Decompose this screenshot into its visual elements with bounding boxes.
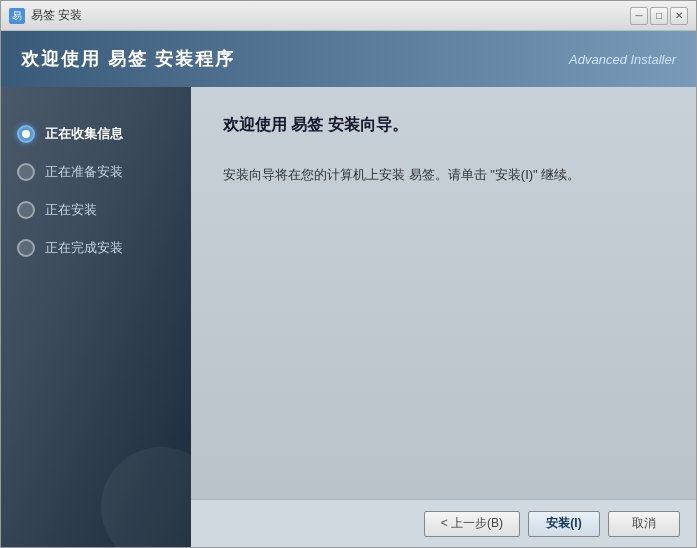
main-content: 正在收集信息 正在准备安装 正在安装 正在完成安装 欢迎使用 易签 安装向导。 … [1, 87, 696, 547]
window-title: 易签 安装 [31, 7, 630, 24]
sidebar-label-4: 正在完成安装 [45, 239, 123, 257]
step-indicator-3 [17, 201, 35, 219]
maximize-button[interactable]: □ [650, 7, 668, 25]
back-button[interactable]: < 上一步(B) [424, 511, 520, 537]
close-button[interactable]: ✕ [670, 7, 688, 25]
sidebar-label-3: 正在安装 [45, 201, 97, 219]
cancel-button[interactable]: 取消 [608, 511, 680, 537]
step-indicator-1 [17, 125, 35, 143]
installer-window: 易 易签 安装 ─ □ ✕ 欢迎使用 易签 安装程序 Advanced Inst… [0, 0, 697, 548]
window-controls: ─ □ ✕ [630, 7, 688, 25]
sidebar-item-preparing: 正在准备安装 [1, 155, 191, 189]
content-area: 欢迎使用 易签 安装向导。 安装向导将在您的计算机上安装 易签。请单击 "安装(… [191, 87, 696, 547]
sidebar-label-1: 正在收集信息 [45, 125, 123, 143]
brand-label: Advanced Installer [569, 52, 676, 67]
welcome-description: 安装向导将在您的计算机上安装 易签。请单击 "安装(I)" 继续。 [223, 164, 664, 186]
install-button[interactable]: 安装(I) [528, 511, 600, 537]
welcome-title: 欢迎使用 易签 安装向导。 [223, 115, 664, 136]
header-bar: 欢迎使用 易签 安装程序 Advanced Installer [1, 31, 696, 87]
installer-title: 欢迎使用 易签 安装程序 [21, 47, 235, 71]
minimize-button[interactable]: ─ [630, 7, 648, 25]
content-inner: 欢迎使用 易签 安装向导。 安装向导将在您的计算机上安装 易签。请单击 "安装(… [191, 87, 696, 499]
step-indicator-4 [17, 239, 35, 257]
title-bar: 易 易签 安装 ─ □ ✕ [1, 1, 696, 31]
app-icon: 易 [9, 8, 25, 24]
footer: < 上一步(B) 安装(I) 取消 [191, 499, 696, 547]
sidebar-label-2: 正在准备安装 [45, 163, 123, 181]
sidebar: 正在收集信息 正在准备安装 正在安装 正在完成安装 [1, 87, 191, 547]
sidebar-item-installing: 正在安装 [1, 193, 191, 227]
step-indicator-2 [17, 163, 35, 181]
sidebar-item-finishing: 正在完成安装 [1, 231, 191, 265]
sidebar-item-collecting: 正在收集信息 [1, 117, 191, 151]
